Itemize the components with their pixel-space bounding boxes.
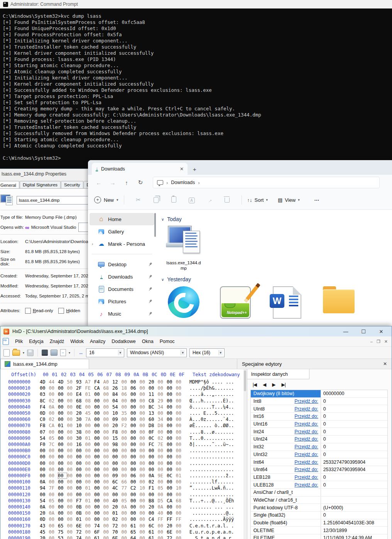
chevron-collapse-icon[interactable]: ∨ <box>161 217 164 221</box>
hex-byte[interactable]: 0A <box>158 504 167 510</box>
hex-byte[interactable]: 00 <box>94 398 103 404</box>
properties-titlebar[interactable]: lsass.exe_1344.dmp Properties <box>0 169 91 179</box>
hex-byte[interactable]: CA <box>94 385 103 391</box>
hex-byte[interactable]: 00 <box>49 529 58 535</box>
hex-view[interactable]: Offset(h)000102030405060708090A0B0C0D0E0… <box>0 369 247 539</box>
hex-byte[interactable]: F8 <box>112 429 122 435</box>
hex-byte[interactable]: 08 <box>85 398 95 404</box>
hex-byte[interactable]: 00 <box>67 460 76 466</box>
data-inspector-tab[interactable]: Inspektor danych <box>247 369 309 379</box>
hex-byte[interactable]: 6E <box>76 523 85 529</box>
hex-byte[interactable]: 74 <box>76 535 85 539</box>
hex-byte[interactable]: A0 <box>103 379 113 385</box>
hex-byte[interactable]: 00 <box>149 460 158 466</box>
hex-byte[interactable]: 00 <box>49 429 58 435</box>
hex-byte[interactable]: 00 <box>122 492 131 498</box>
hex-byte[interactable]: 00 <box>58 485 67 491</box>
hex-byte[interactable]: 00 <box>158 535 167 539</box>
hex-byte[interactable]: F1 <box>149 485 158 491</box>
hex-byte[interactable]: 00 <box>167 485 176 491</box>
hex-byte[interactable]: 0A <box>49 404 58 410</box>
hex-byte[interactable]: 75 <box>58 529 67 535</box>
hex-byte[interactable]: 00 <box>85 492 95 498</box>
inspector-value[interactable]: 0 <box>321 452 326 457</box>
hex-byte[interactable]: 00 <box>158 429 167 435</box>
hex-byte[interactable]: 00 <box>67 435 76 441</box>
hex-byte[interactable]: 05 <box>158 485 167 491</box>
hex-byte[interactable]: 00 <box>85 516 95 522</box>
hex-byte[interactable]: 00 <box>167 448 176 454</box>
hex-byte[interactable]: 00 <box>67 523 76 529</box>
hex-byte[interactable]: 00 <box>130 479 140 485</box>
hex-byte[interactable]: 00 <box>49 523 58 529</box>
hex-byte[interactable]: 00 <box>76 473 85 479</box>
hex-byte[interactable]: 20 <box>112 422 122 429</box>
cut-button[interactable]: ✂ <box>130 196 147 203</box>
hex-byte[interactable]: 00 <box>122 416 131 422</box>
decoded-text[interactable]: ................ <box>189 460 234 466</box>
file-item[interactable] <box>319 286 359 315</box>
hex-byte[interactable]: 00 <box>58 466 67 473</box>
hex-byte[interactable]: 00 <box>103 460 113 466</box>
hex-byte[interactable]: 45 <box>85 410 95 416</box>
hex-byte[interactable]: 94 <box>40 485 49 491</box>
decoded-text[interactable]: ..../þÊh&....... <box>189 385 234 391</box>
hex-byte[interactable]: 00 <box>176 422 185 429</box>
up-button[interactable]: ↑ <box>120 179 133 186</box>
hex-byte[interactable]: 00 <box>94 448 103 454</box>
hex-byte[interactable]: 00 <box>158 391 167 397</box>
hex-byte[interactable]: 00 <box>112 460 122 466</box>
hex-byte[interactable]: 00 <box>176 404 185 410</box>
hex-byte[interactable]: 00 <box>94 391 103 397</box>
goto-link[interactable]: Przejdź do: <box>294 444 318 449</box>
hex-byte[interactable]: 64 <box>130 535 140 539</box>
hex-byte[interactable]: 0B <box>76 504 85 510</box>
hex-byte[interactable]: 00 <box>94 492 103 498</box>
hex-byte[interactable]: 00 <box>140 391 149 397</box>
hex-byte[interactable]: 00 <box>67 529 76 535</box>
hex-byte[interactable]: 00 <box>167 416 176 422</box>
decoded-text[interactable]: ô.......T...¼4.. <box>189 404 234 410</box>
hex-byte[interactable]: 00 <box>67 510 76 516</box>
decoded-text[interactable]: ð|......˜...ü~.. <box>189 441 234 448</box>
hex-byte[interactable]: 00 <box>67 498 76 504</box>
hex-byte[interactable]: 13 <box>149 410 158 416</box>
hex-byte[interactable]: 84 <box>112 391 122 397</box>
hex-byte[interactable]: 6C <box>149 523 158 529</box>
hex-byte[interactable]: 00 <box>176 435 185 441</box>
sidebar-item-downloads[interactable]: ↓Downloads <box>90 270 154 283</box>
hex-byte[interactable]: 00 <box>58 398 67 404</box>
hex-byte[interactable]: 00 <box>49 516 58 522</box>
hex-byte[interactable]: 00 <box>76 466 85 473</box>
hex-byte[interactable]: 34 <box>158 416 167 422</box>
hex-byte[interactable]: 00 <box>122 398 131 404</box>
hex-byte[interactable]: B8 <box>149 498 158 504</box>
hex-byte[interactable]: 00 <box>49 385 58 391</box>
hex-byte[interactable]: E4 <box>76 391 85 397</box>
previous-byte-button[interactable]: ◀ <box>263 382 266 387</box>
hex-byte[interactable]: 00 <box>67 441 76 448</box>
hex-byte[interactable]: 00 <box>122 529 131 535</box>
hex-byte[interactable]: 20 <box>40 510 49 516</box>
hex-byte[interactable]: 68 <box>103 385 113 391</box>
decoded-text[interactable]: MDMP"§ô .... ... <box>189 379 234 385</box>
hex-byte[interactable]: 00 <box>158 460 167 466</box>
hex-byte[interactable]: 20 <box>40 535 49 539</box>
hex-byte[interactable]: 00 <box>94 460 103 466</box>
hex-byte[interactable]: 20 <box>149 379 158 385</box>
hex-byte[interactable]: 00 <box>76 492 85 498</box>
hex-byte[interactable]: 7E <box>158 441 167 448</box>
hex-byte[interactable]: 0A <box>49 510 58 516</box>
hex-byte[interactable]: 00 <box>130 416 140 422</box>
paste-button[interactable] <box>165 196 183 204</box>
hex-byte[interactable]: 05 <box>49 498 58 504</box>
hex-byte[interactable]: 00 <box>167 441 176 448</box>
hex-byte[interactable]: 05 <box>49 435 58 441</box>
inspector-value[interactable]: 0 <box>321 406 326 412</box>
hex-byte[interactable]: 00 <box>94 516 103 522</box>
hex-byte[interactable]: 00 <box>94 404 103 410</box>
hex-byte[interactable]: 98 <box>112 441 122 448</box>
hex-byte[interactable]: 00 <box>122 404 131 410</box>
hex-byte[interactable]: 68 <box>76 398 85 404</box>
hex-byte[interactable]: 00 <box>103 498 113 504</box>
